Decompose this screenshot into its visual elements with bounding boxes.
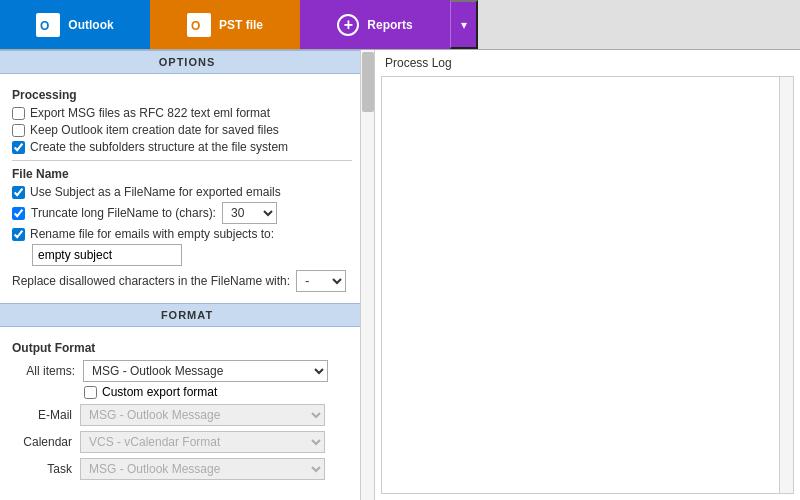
export-msg-label: Export MSG files as RFC 822 text eml for… <box>30 106 270 120</box>
truncate-label: Truncate long FileName to (chars): <box>31 206 216 220</box>
file-name-group-label: File Name <box>12 167 352 181</box>
reports-button[interactable]: + Reports <box>300 0 450 49</box>
top-navigation: O Outlook O PST file + Reports ▾ <box>0 0 800 50</box>
use-subject-row: Use Subject as a FileName for exported e… <box>12 185 352 199</box>
email-format-row: E-Mail MSG - Outlook Message EML - Email… <box>12 404 352 426</box>
custom-export-checkbox[interactable] <box>84 386 97 399</box>
keep-outlook-row: Keep Outlook item creation date for save… <box>12 123 352 137</box>
pst-icon: O <box>187 13 211 37</box>
use-subject-checkbox[interactable] <box>12 186 25 199</box>
main-content: OPTIONS Processing Export MSG files as R… <box>0 50 800 500</box>
options-header: OPTIONS <box>0 50 374 74</box>
dropdown-arrow-icon: ▾ <box>461 18 467 32</box>
task-format-row: Task MSG - Outlook Message EML - Email F… <box>12 458 352 480</box>
right-scrollbar[interactable] <box>779 77 793 493</box>
processing-group-label: Processing <box>12 88 352 102</box>
rename-empty-checkbox[interactable] <box>12 228 25 241</box>
empty-subject-input-row <box>32 244 352 266</box>
all-items-row: All items: MSG - Outlook Message EML - E… <box>12 360 352 382</box>
keep-outlook-label: Keep Outlook item creation date for save… <box>30 123 279 137</box>
email-label: E-Mail <box>12 408 72 422</box>
right-panel: Process Log <box>375 50 800 500</box>
keep-outlook-checkbox[interactable] <box>12 124 25 137</box>
svg-text:O: O <box>40 19 49 33</box>
task-label: Task <box>12 462 72 476</box>
svg-text:O: O <box>191 19 200 33</box>
truncate-row: Truncate long FileName to (chars): 30 25… <box>12 202 352 224</box>
create-subfolders-row: Create the subfolders structure at the f… <box>12 140 352 154</box>
left-panel: OPTIONS Processing Export MSG files as R… <box>0 50 375 500</box>
reports-label: Reports <box>367 18 412 32</box>
create-subfolders-checkbox[interactable] <box>12 141 25 154</box>
format-content: Output Format All items: MSG - Outlook M… <box>0 327 374 493</box>
custom-export-label: Custom export format <box>102 385 217 399</box>
replace-chars-dropdown[interactable]: - _ . <box>296 270 346 292</box>
calendar-label: Calendar <box>12 435 72 449</box>
create-subfolders-label: Create the subfolders structure at the f… <box>30 140 288 154</box>
outlook-button[interactable]: O Outlook <box>0 0 150 49</box>
pst-label: PST file <box>219 18 263 32</box>
calendar-dropdown[interactable]: VCS - vCalendar Format ICS - iCalendar F… <box>80 431 325 453</box>
left-scrollbar[interactable] <box>360 50 374 500</box>
empty-subject-input[interactable] <box>32 244 182 266</box>
process-log-label: Process Log <box>375 50 800 76</box>
use-subject-label: Use Subject as a FileName for exported e… <box>30 185 281 199</box>
truncate-dropdown[interactable]: 30 25 40 50 <box>222 202 277 224</box>
email-dropdown[interactable]: MSG - Outlook Message EML - Email Format <box>80 404 325 426</box>
export-msg-checkbox[interactable] <box>12 107 25 120</box>
rename-empty-label: Rename file for emails with empty subjec… <box>30 227 274 241</box>
separator-1 <box>12 160 352 161</box>
export-msg-row: Export MSG files as RFC 822 text eml for… <box>12 106 352 120</box>
output-format-label: Output Format <box>12 341 352 355</box>
format-header: FORMAT <box>0 303 374 327</box>
all-items-label: All items: <box>20 364 75 378</box>
reports-dropdown-button[interactable]: ▾ <box>450 0 478 49</box>
replace-chars-label: Replace disallowed characters in the Fil… <box>12 274 290 288</box>
replace-chars-row: Replace disallowed characters in the Fil… <box>12 270 352 292</box>
outlook-label: Outlook <box>68 18 113 32</box>
task-dropdown[interactable]: MSG - Outlook Message EML - Email Format <box>80 458 325 480</box>
pst-button[interactable]: O PST file <box>150 0 300 49</box>
all-items-dropdown[interactable]: MSG - Outlook Message EML - Email Format… <box>83 360 328 382</box>
custom-export-row: Custom export format <box>84 385 352 399</box>
calendar-format-row: Calendar VCS - vCalendar Format ICS - iC… <box>12 431 352 453</box>
options-content: Processing Export MSG files as RFC 822 t… <box>0 74 374 303</box>
rename-empty-row: Rename file for emails with empty subjec… <box>12 227 352 241</box>
scroll-thumb <box>362 52 374 112</box>
reports-icon: + <box>337 14 359 36</box>
truncate-checkbox[interactable] <box>12 207 25 220</box>
process-log-area <box>381 76 794 494</box>
outlook-icon: O <box>36 13 60 37</box>
